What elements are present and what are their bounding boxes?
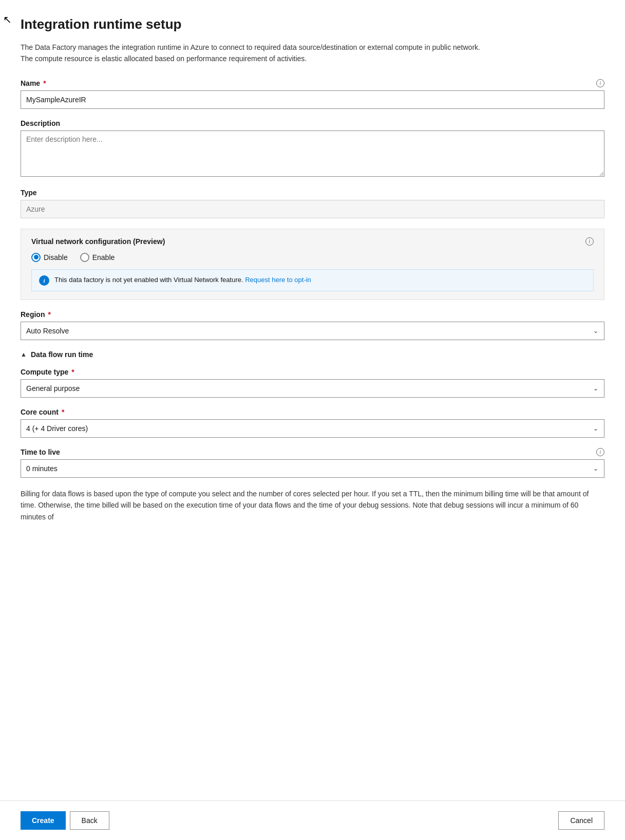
page-description: The Data Factory manages the integration… bbox=[21, 42, 483, 65]
vnet-info-banner: i This data factory is not yet enabled w… bbox=[31, 269, 594, 291]
core-count-field-group: Core count * 4 (+ 4 Driver cores) 8 (+ 8… bbox=[21, 408, 604, 438]
back-button[interactable]: Back bbox=[70, 811, 109, 830]
ttl-select-wrapper: 0 minutes 10 minutes 20 minutes 30 minut… bbox=[21, 459, 604, 478]
description-input[interactable] bbox=[21, 130, 604, 177]
vnet-disable-radio[interactable] bbox=[31, 253, 41, 262]
name-field-group: Name * i bbox=[21, 79, 604, 109]
core-count-select-wrapper: 4 (+ 4 Driver cores) 8 (+ 8 Driver cores… bbox=[21, 419, 604, 438]
vnet-disable-option[interactable]: Disable bbox=[31, 253, 68, 262]
name-input[interactable] bbox=[21, 90, 604, 109]
type-input bbox=[21, 200, 604, 218]
core-count-required-star: * bbox=[62, 408, 64, 416]
description-field-group: Description bbox=[21, 119, 604, 178]
name-label: Name bbox=[21, 79, 40, 87]
ttl-field-group: Time to live i 0 minutes 10 minutes 20 m… bbox=[21, 448, 604, 478]
vnet-enable-radio[interactable] bbox=[80, 253, 89, 262]
cancel-button[interactable]: Cancel bbox=[558, 811, 604, 830]
name-info-icon[interactable]: i bbox=[596, 79, 604, 87]
region-required-star: * bbox=[48, 310, 50, 319]
vnet-opt-in-link[interactable]: Request here to opt-in bbox=[245, 276, 311, 284]
vnet-banner-icon: i bbox=[39, 275, 49, 286]
type-label: Type bbox=[21, 189, 37, 197]
description-label: Description bbox=[21, 119, 60, 127]
region-field-group: Region * Auto Resolve East US West US We… bbox=[21, 310, 604, 340]
region-select[interactable]: Auto Resolve East US West US West Europe bbox=[21, 322, 604, 340]
ttl-select[interactable]: 0 minutes 10 minutes 20 minutes 30 minut… bbox=[21, 459, 604, 478]
cursor-icon: ↖ bbox=[3, 14, 12, 25]
region-label: Region bbox=[21, 310, 45, 319]
vnet-enable-label: Enable bbox=[92, 253, 115, 262]
create-button[interactable]: Create bbox=[21, 811, 66, 830]
billing-note: Billing for data flows is based upon the… bbox=[21, 488, 604, 522]
core-count-label: Core count bbox=[21, 408, 59, 416]
name-required-star: * bbox=[43, 79, 46, 87]
footer-left-buttons: Create Back bbox=[21, 811, 109, 830]
ttl-info-icon[interactable]: i bbox=[596, 448, 604, 456]
vnet-enable-option[interactable]: Enable bbox=[80, 253, 115, 262]
footer: Create Back Cancel bbox=[0, 800, 625, 840]
compute-type-required-star: * bbox=[71, 368, 74, 376]
collapse-arrow-icon: ▲ bbox=[21, 351, 27, 358]
compute-type-label: Compute type bbox=[21, 368, 68, 376]
compute-type-select[interactable]: General purpose Memory optimized Compute… bbox=[21, 379, 604, 398]
vnet-info-icon[interactable]: i bbox=[585, 237, 594, 246]
vnet-title: Virtual network configuration (Preview) bbox=[31, 237, 165, 246]
region-select-wrapper: Auto Resolve East US West US West Europe… bbox=[21, 322, 604, 340]
data-flow-section-header[interactable]: ▲ Data flow run time bbox=[21, 350, 604, 359]
vnet-banner-text: This data factory is not yet enabled wit… bbox=[54, 275, 311, 285]
core-count-select[interactable]: 4 (+ 4 Driver cores) 8 (+ 8 Driver cores… bbox=[21, 419, 604, 438]
data-flow-section-title: Data flow run time bbox=[31, 350, 93, 359]
page-title: Integration runtime setup bbox=[21, 16, 604, 32]
compute-type-select-wrapper: General purpose Memory optimized Compute… bbox=[21, 379, 604, 398]
vnet-disable-label: Disable bbox=[44, 253, 68, 262]
vnet-radio-group: Disable Enable bbox=[31, 253, 594, 262]
vnet-section: Virtual network configuration (Preview) … bbox=[21, 229, 604, 300]
type-field-group: Type bbox=[21, 189, 604, 218]
compute-type-field-group: Compute type * General purpose Memory op… bbox=[21, 368, 604, 398]
ttl-label: Time to live bbox=[21, 448, 60, 456]
